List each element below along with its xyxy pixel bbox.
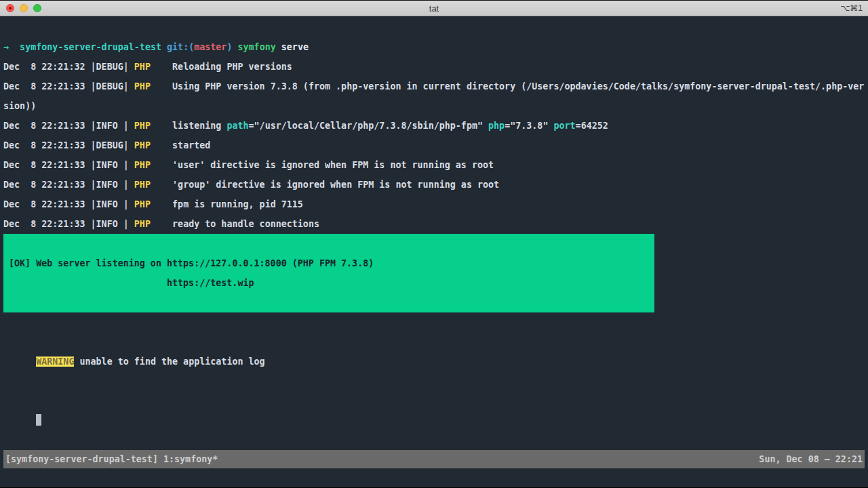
tmux-status-bar: [symfony-server-drupal-test] 1:symfony* … (3, 450, 865, 468)
text-segment: ready to handle connections (172, 219, 319, 229)
cursor-line (3, 391, 865, 450)
log-line: Dec 8 22:21:32 |DEBUG| PHP Reloading PHP… (3, 57, 865, 77)
text-segment: PHP (134, 219, 151, 229)
text-cursor (36, 414, 41, 426)
text-segment: Dec 8 22:21:33 |INFO | (3, 199, 134, 209)
text-segment: → (3, 42, 20, 52)
text-segment (151, 62, 172, 72)
text-segment: fpm is running, pid 7115 (172, 199, 303, 209)
text-segment: started (172, 140, 210, 150)
terminal-screen[interactable]: → symfony-server-drupal-test git:(master… (0, 16, 868, 487)
proxy-url-text: https://test.wip (167, 278, 254, 288)
text-segment (151, 180, 172, 190)
success-line-url: [OK] Web server listening on https://127… (3, 253, 654, 273)
log-lines: Dec 8 22:21:32 |DEBUG| PHP Reloading PHP… (3, 57, 865, 234)
text-segment: PHP (134, 199, 151, 209)
log-line: Dec 8 22:21:33 |INFO | PHP 'user' direct… (3, 155, 865, 175)
text-segment: listening (172, 121, 226, 131)
text-segment: serve (281, 42, 309, 52)
text-segment: PHP (134, 160, 151, 170)
text-segment: 'user' directive is ignored when FPM is … (172, 160, 494, 170)
text-segment (161, 42, 167, 52)
warning-line: WARNINGunable to find the application lo… (3, 332, 865, 391)
text-segment: symfony (238, 42, 276, 52)
text-segment: Dec 8 22:21:33 |DEBUG| (3, 81, 134, 92)
text-segment: Dec 8 22:21:33 |INFO | (3, 160, 134, 170)
log-line: Dec 8 22:21:33 |INFO | PHP fpm is runnin… (3, 195, 865, 214)
text-segment (232, 42, 237, 52)
prompt-line: → symfony-server-drupal-test git:(master… (3, 37, 865, 57)
tmux-clock: Sun, Dec 08 – 22:21 (759, 449, 863, 469)
text-segment: path (226, 121, 248, 131)
text-segment: PHP (134, 121, 151, 131)
text-segment (151, 140, 172, 150)
log-line: Dec 8 22:21:33 |DEBUG| PHP started (3, 136, 865, 155)
text-segment: Dec 8 22:21:33 |INFO | (3, 219, 134, 229)
text-segment: Dec 8 22:21:32 |DEBUG| (3, 62, 134, 72)
text-segment: php (488, 121, 505, 131)
text-segment: PHP (134, 81, 151, 92)
text-segment: PHP (134, 62, 151, 72)
success-text: [OK] Web server listening on https://127… (9, 258, 374, 268)
terminal-window: tat ⌥⌘1 → symfony-server-drupal-test git… (0, 0, 868, 488)
log-line: Dec 8 22:21:33 |INFO | PHP 'group' direc… (3, 175, 865, 195)
text-segment: 'group' directive is ignored when FPM is… (172, 180, 499, 190)
tmux-session-and-window: [symfony-server-drupal-test] 1:symfony* (5, 449, 218, 469)
text-segment: port (553, 121, 575, 131)
text-segment: ="7.3.8" (505, 121, 553, 131)
text-segment (151, 199, 172, 209)
text-segment: symfony-server-drupal-test (20, 42, 161, 52)
text-segment: PHP (134, 140, 151, 150)
text-segment: Reloading PHP versions (172, 62, 292, 72)
blank-line (3, 18, 865, 37)
text-segment: =64252 (576, 121, 608, 131)
text-segment (276, 42, 281, 52)
blank-line (3, 312, 865, 332)
window-shortcut-badge: ⌥⌘1 (840, 3, 863, 13)
text-segment (151, 160, 172, 170)
window-title: tat (0, 3, 868, 14)
text-segment: git:( (167, 42, 194, 52)
text-segment: PHP (134, 180, 151, 190)
text-segment (151, 81, 172, 92)
log-line: Dec 8 22:21:33 |DEBUG| PHP Using PHP ver… (3, 77, 865, 116)
success-line-proxy: https://test.wip (3, 273, 654, 293)
text-segment: Dec 8 22:21:33 |DEBUG| (3, 140, 134, 150)
success-box: [OK] Web server listening on https://127… (3, 234, 654, 312)
text-segment: master (194, 42, 226, 52)
log-line: Dec 8 22:21:33 |INFO | PHP ready to hand… (3, 214, 865, 234)
warning-message: unable to find the application log (79, 357, 264, 367)
text-segment (151, 121, 172, 131)
warning-badge: WARNING (36, 357, 74, 367)
text-segment: Dec 8 22:21:33 |INFO | (3, 121, 134, 131)
text-segment: ="/usr/local/Cellar/php/7.3.8/sbin/php-f… (249, 121, 488, 131)
text-segment (151, 219, 172, 229)
text-segment: Dec 8 22:21:33 |INFO | (3, 180, 134, 190)
log-line: Dec 8 22:21:33 |INFO | PHP listening pat… (3, 116, 865, 136)
titlebar: tat ⌥⌘1 (0, 0, 868, 16)
